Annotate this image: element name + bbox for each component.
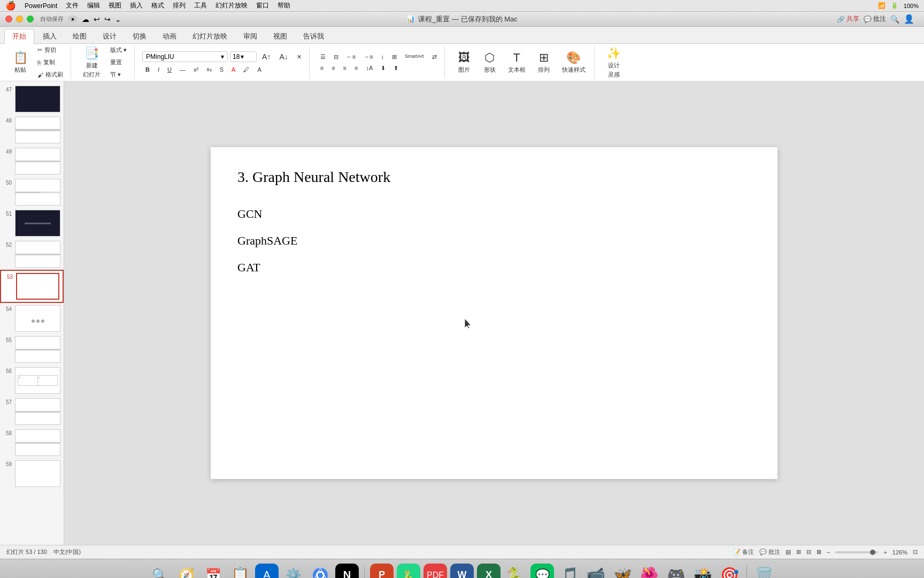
undo-button[interactable]: ↩	[94, 15, 100, 24]
strikethrough-button[interactable]: —	[176, 65, 189, 74]
slide-item-59[interactable]: 59	[0, 458, 64, 489]
design-ideas-button[interactable]: ✨ 设计 灵感	[602, 44, 626, 81]
smartart-button[interactable]: SmartArt	[402, 52, 427, 62]
dock-finder[interactable]: 🔍	[148, 564, 172, 579]
slide-item-56[interactable]: 56 A B	[0, 365, 64, 396]
new-slide-button[interactable]: 📑 新建 幻灯片	[79, 44, 105, 81]
align-right-button[interactable]: ≡	[340, 64, 350, 73]
dock-calendar[interactable]: 📅	[202, 564, 225, 579]
clear-format-button[interactable]: ✕	[294, 52, 305, 62]
slide-item-51[interactable]: 51	[0, 208, 64, 239]
share-button[interactable]: 🔗 共享	[837, 14, 859, 24]
slide-item-57[interactable]: 57	[0, 396, 64, 427]
menu-insert[interactable]: 插入	[130, 1, 143, 10]
menu-view[interactable]: 视图	[109, 1, 121, 10]
comment-button[interactable]: 💬 批注	[864, 14, 886, 24]
align-left-button[interactable]: ≡	[317, 64, 327, 73]
comments-status-button[interactable]: 💬 批注	[759, 548, 780, 556]
menu-file[interactable]: 文件	[66, 1, 79, 10]
dock-app5[interactable]: 🎯	[718, 564, 741, 579]
slide-item-54[interactable]: 54	[0, 303, 64, 334]
menu-format[interactable]: 格式	[151, 1, 164, 10]
autosave-toggle[interactable]: ●	[68, 16, 78, 22]
dock-powerpoint[interactable]: P	[370, 564, 394, 579]
slide-item-58[interactable]: 58	[0, 427, 64, 458]
view-grid-button[interactable]: ⊞	[796, 549, 801, 556]
redo-button[interactable]: ↪	[104, 15, 111, 24]
maximize-button[interactable]	[27, 16, 34, 22]
tab-transition[interactable]: 切换	[125, 29, 154, 43]
bold-button[interactable]: B	[142, 65, 153, 74]
section-button[interactable]: 节 ▾	[107, 69, 130, 80]
tab-slideshow[interactable]: 幻灯片放映	[185, 29, 235, 43]
shape-button[interactable]: ⬡ 形状	[478, 49, 502, 76]
menu-arrange[interactable]: 排列	[173, 1, 186, 10]
bullets-button[interactable]: ☰	[317, 52, 329, 62]
grow-font-button[interactable]: A↑	[259, 51, 274, 63]
zoom-slider[interactable]	[835, 551, 878, 553]
font-color-button[interactable]: A	[228, 65, 238, 74]
dock-python2[interactable]: 🐍	[504, 564, 527, 579]
menu-help[interactable]: 帮助	[278, 1, 290, 10]
notes-button[interactable]: 📝 备注	[733, 548, 754, 556]
apple-menu-icon[interactable]: 🍎	[5, 1, 16, 11]
view-normal-button[interactable]: ▤	[786, 549, 791, 556]
picture-button[interactable]: 🖼 图片	[452, 49, 476, 76]
tab-insert[interactable]: 插入	[35, 29, 64, 43]
zoom-out-button[interactable]: −	[827, 549, 830, 556]
view-slide-button[interactable]: ⊟	[806, 549, 811, 556]
close-button[interactable]	[5, 16, 12, 22]
cut-button[interactable]: ✂剪切	[34, 44, 66, 56]
more-button[interactable]: ⌄	[115, 15, 121, 24]
dock-app1[interactable]: 🦋	[611, 564, 634, 579]
underline-button[interactable]: U	[164, 65, 175, 74]
quick-style-button[interactable]: 🎨 快速样式	[558, 49, 590, 76]
dock-video[interactable]: 📹	[584, 564, 607, 579]
reset-button[interactable]: 重置	[107, 57, 130, 68]
slide-canvas[interactable]: 3. Graph Neural Network GCN GraphSAGE GA…	[211, 147, 777, 479]
dock-excel[interactable]: X	[477, 564, 500, 579]
convert-button[interactable]: ⇄	[429, 52, 440, 62]
layout-button[interactable]: 版式 ▾	[107, 44, 130, 56]
numbering-button[interactable]: ⊟	[330, 52, 342, 62]
dock-pycharm[interactable]: 🐍	[397, 564, 420, 579]
dock-app2[interactable]: 🌺	[637, 564, 661, 579]
slide-title[interactable]: 3. Graph Neural Network	[237, 169, 751, 186]
arrange-button[interactable]: ⊞ 排列	[532, 49, 556, 76]
search-icon[interactable]: 🔍	[890, 15, 899, 24]
slide-item-50[interactable]: 50	[0, 177, 64, 208]
dock-music[interactable]: 🎵	[557, 564, 581, 579]
slide-bullet-gat[interactable]: GAT	[237, 261, 751, 275]
text-dir-button[interactable]: ↕A	[363, 64, 376, 73]
dock-chrome[interactable]	[309, 564, 332, 579]
text-inc-button[interactable]: ⬆	[390, 64, 402, 73]
font-selector[interactable]: PMingLIU ▾	[142, 51, 228, 62]
dock-app4[interactable]: 📸	[691, 564, 714, 579]
paste-button[interactable]: 📋 粘贴	[9, 49, 32, 76]
dock-pdf[interactable]: PDF	[424, 564, 447, 579]
dock-notion[interactable]: N	[335, 564, 359, 579]
app-name-menu[interactable]: PowerPoint	[25, 2, 57, 10]
subscript-button[interactable]: x₂	[203, 65, 215, 74]
align-justify-button[interactable]: ≡	[351, 64, 361, 73]
tab-view[interactable]: 视图	[266, 29, 295, 43]
dock-wechat[interactable]: 💬	[530, 564, 554, 579]
slide-item-49[interactable]: 49	[0, 146, 64, 177]
slide-bullet-gcn[interactable]: GCN	[237, 207, 751, 221]
slide-item-47[interactable]: 47	[0, 83, 64, 115]
copy-button[interactable]: ⎘复制	[34, 57, 66, 68]
font-size-selector[interactable]: 18 ▾	[230, 51, 257, 62]
dock-settings[interactable]: ⚙️	[282, 564, 305, 579]
textbox-button[interactable]: T 文本框	[504, 49, 530, 76]
format-painter-button[interactable]: 🖌格式刷	[34, 69, 66, 80]
columns-button[interactable]: ⊞	[389, 52, 400, 62]
slide-item-55[interactable]: 55	[0, 334, 64, 365]
menu-slideshow[interactable]: 幻灯片放映	[215, 1, 248, 10]
dock-reminders[interactable]: 📋	[228, 564, 252, 579]
slide-item-53[interactable]: 53	[0, 270, 64, 303]
menu-window[interactable]: 窗口	[256, 1, 269, 10]
highlight-button[interactable]: 🖊	[240, 65, 252, 74]
slide-item-52[interactable]: 52	[0, 239, 64, 270]
text-dec-button[interactable]: ⬇	[378, 64, 389, 73]
view-reading-button[interactable]: ⊠	[817, 549, 821, 556]
